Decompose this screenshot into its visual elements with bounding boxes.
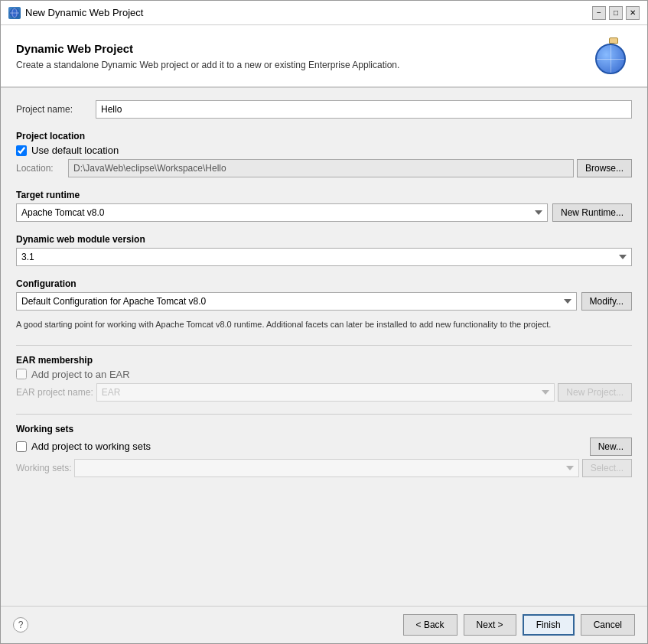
header-icon-container	[595, 37, 632, 74]
window-controls: − □ ✕	[592, 6, 640, 20]
title-bar-left: New Dynamic Web Project	[8, 7, 143, 19]
target-runtime-row: Apache Tomcat v8.0 New Runtime...	[16, 203, 632, 222]
app-icon	[8, 7, 21, 19]
separator-2	[16, 414, 632, 415]
next-button[interactable]: Next >	[464, 614, 516, 636]
ear-project-name-dropdown[interactable]: EAR	[96, 383, 555, 402]
use-default-location-row: Use default location	[16, 145, 632, 156]
bottle-icon	[609, 37, 618, 44]
ear-project-name-label: EAR project name:	[16, 387, 93, 398]
browse-button[interactable]: Browse...	[577, 159, 632, 177]
add-to-working-sets-row: Add project to working sets New...	[16, 437, 632, 456]
new-project-button[interactable]: New Project...	[558, 383, 632, 402]
configuration-row: Default Configuration for Apache Tomcat …	[16, 292, 632, 311]
help-button[interactable]: ?	[13, 617, 28, 633]
footer-area: ? < Back Next > Finish Cancel	[1, 606, 647, 643]
window-title: New Dynamic Web Project	[25, 7, 143, 18]
working-sets-dropdown[interactable]	[74, 459, 578, 477]
add-to-working-sets-checkbox[interactable]	[16, 441, 27, 452]
configuration-section-label: Configuration	[16, 278, 632, 289]
header-title: Dynamic Web Project	[16, 42, 399, 55]
location-row: Location: Browse...	[16, 159, 632, 177]
project-location-label: Project location	[16, 131, 632, 141]
maximize-button[interactable]: □	[609, 6, 623, 20]
globe-icon	[595, 44, 626, 74]
configuration-description: A good starting point for working with A…	[16, 317, 632, 333]
header-text: Dynamic Web Project Create a standalone …	[16, 42, 399, 70]
modify-button[interactable]: Modify...	[581, 292, 632, 311]
new-working-set-button[interactable]: New...	[590, 437, 632, 456]
dynamic-web-module-label: Dynamic web module version	[16, 234, 632, 245]
ear-membership-label: EAR membership	[16, 355, 632, 366]
close-button[interactable]: ✕	[626, 6, 640, 20]
target-runtime-section-label: Target runtime	[16, 190, 632, 200]
minimize-button[interactable]: −	[592, 6, 606, 20]
select-working-set-button[interactable]: Select...	[582, 459, 632, 477]
dynamic-web-module-dropdown[interactable]: 3.1	[16, 248, 632, 266]
new-runtime-button[interactable]: New Runtime...	[552, 203, 632, 222]
project-name-row: Project name:	[16, 100, 632, 119]
add-to-ear-row: Add project to an EAR	[16, 369, 632, 380]
finish-button[interactable]: Finish	[523, 614, 575, 636]
add-to-ear-checkbox[interactable]	[16, 369, 27, 379]
use-default-location-checkbox[interactable]	[16, 145, 27, 156]
project-name-label: Project name:	[16, 104, 93, 115]
content-area: Project name: Project location Use defau…	[1, 88, 647, 606]
footer-buttons: < Back Next > Finish Cancel	[403, 614, 635, 636]
location-label: Location:	[16, 163, 65, 174]
add-to-working-sets-text[interactable]: Add project to working sets	[31, 441, 151, 452]
working-sets-field-label: Working sets:	[16, 463, 71, 473]
dialog-window: New Dynamic Web Project − □ ✕ Dynamic We…	[0, 0, 648, 644]
title-bar: New Dynamic Web Project − □ ✕	[1, 1, 647, 25]
dynamic-web-module-row: 3.1	[16, 248, 632, 266]
header-description: Create a standalone Dynamic Web project …	[16, 60, 399, 70]
ear-project-name-row: EAR project name: EAR New Project...	[16, 383, 632, 402]
location-input[interactable]	[68, 159, 574, 177]
add-to-ear-text[interactable]: Add project to an EAR	[31, 369, 130, 380]
working-sets-label: Working sets	[16, 424, 632, 434]
back-button[interactable]: < Back	[403, 614, 458, 636]
target-runtime-dropdown[interactable]: Apache Tomcat v8.0	[16, 203, 548, 222]
project-name-input[interactable]	[96, 100, 632, 119]
separator-1	[16, 345, 632, 346]
working-sets-row: Working sets: Select...	[16, 459, 632, 477]
cancel-button[interactable]: Cancel	[581, 614, 635, 636]
use-default-location-text[interactable]: Use default location	[31, 145, 119, 156]
header-area: Dynamic Web Project Create a standalone …	[1, 25, 647, 88]
configuration-dropdown[interactable]: Default Configuration for Apache Tomcat …	[16, 292, 577, 311]
footer-left: ?	[13, 617, 28, 633]
